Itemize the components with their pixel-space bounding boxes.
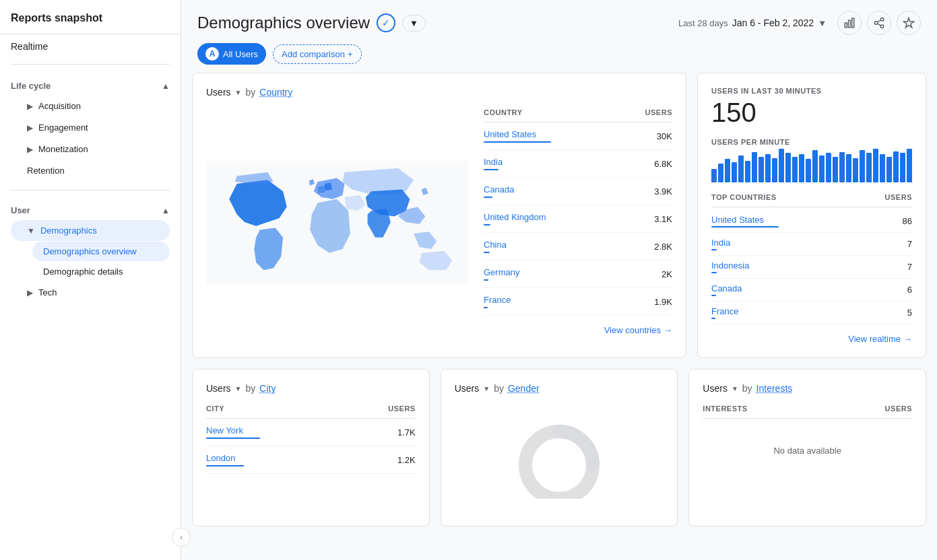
country-name[interactable]: United States — [484, 129, 551, 139]
sidebar-item-retention[interactable]: Retention — [11, 160, 170, 181]
lifecycle-label: Life cycle — [11, 81, 51, 91]
bar — [886, 157, 892, 182]
view-realtime-arrow-icon: → — [903, 334, 912, 344]
sidebar-item-acquisition[interactable]: ▶ Acquisition — [11, 96, 170, 116]
city-name[interactable]: New York — [206, 425, 260, 435]
sidebar-item-demographics[interactable]: ▼ Demographics — [11, 220, 170, 241]
country-name[interactable]: France — [484, 295, 511, 305]
view-realtime-text: View realtime — [848, 334, 901, 344]
top-country-name[interactable]: Canada — [711, 283, 742, 293]
add-comparison-icon: + — [348, 49, 353, 59]
user-section-label: User — [11, 205, 30, 215]
top-country-name[interactable]: Indonesia — [711, 260, 749, 271]
country-table-header: COUNTRY USERS — [484, 108, 672, 123]
bar — [819, 155, 825, 182]
date-range-value[interactable]: Jan 6 - Feb 2, 2022 — [732, 18, 814, 28]
interests-card-title-row: Users ▼ by Interests — [703, 383, 912, 394]
country-count: 1.9K — [654, 297, 672, 307]
main-content: Demographics overview ✓ ▼ Last 28 days J… — [181, 0, 937, 560]
bar — [711, 169, 717, 182]
bar — [880, 154, 885, 182]
top-country-row: United States 86 — [711, 210, 912, 233]
lifecycle-arrow: ▲ — [162, 81, 170, 91]
interests-entity-label[interactable]: Interests — [756, 383, 793, 394]
title-check-icon[interactable]: ✓ — [377, 13, 395, 32]
country-name[interactable]: China — [484, 240, 507, 250]
view-countries-link[interactable]: View countries → — [484, 316, 672, 335]
sidebar-section-lifecycle-header[interactable]: Life cycle ▲ — [11, 77, 170, 95]
country-bar — [484, 141, 551, 143]
country-name[interactable]: Canada — [484, 184, 515, 195]
world-map — [206, 108, 467, 335]
gender-entity-label[interactable]: Gender — [508, 383, 540, 394]
interests-users-dropdown-icon[interactable]: ▼ — [732, 385, 738, 392]
country-name[interactable]: India — [484, 157, 503, 167]
tech-label: Tech — [38, 287, 57, 298]
sidebar-item-realtime[interactable]: Realtime — [0, 34, 181, 59]
country-users-dropdown-icon[interactable]: ▼ — [235, 89, 242, 96]
country-cell: United States — [484, 129, 551, 143]
sidebar-item-monetization[interactable]: ▶ Monetization — [11, 139, 170, 160]
bar — [732, 162, 737, 182]
city-users-dropdown-icon[interactable]: ▼ — [235, 385, 242, 392]
sparkle-icon-button[interactable] — [897, 11, 921, 35]
bar — [853, 158, 858, 182]
gender-card-title-row: Users ▼ by Gender — [455, 383, 664, 394]
bar — [907, 149, 912, 182]
date-dropdown-icon[interactable]: ▼ — [818, 18, 827, 28]
city-entity-label[interactable]: City — [259, 383, 276, 394]
top-country-name[interactable]: India — [711, 238, 730, 248]
country-name[interactable]: United Kingdom — [484, 212, 546, 222]
top-country-name[interactable]: United States — [711, 215, 779, 225]
sidebar-subitem-demographics-overview[interactable]: Demographics overview — [32, 242, 170, 261]
chart-icon-button[interactable] — [837, 11, 862, 35]
share-icon-button[interactable] — [867, 11, 891, 35]
all-users-segment[interactable]: A All Users — [197, 43, 266, 65]
page-title-row: Demographics overview ✓ ▼ — [197, 13, 426, 32]
city-name[interactable]: London — [206, 453, 244, 463]
top-country-row: Indonesia 7 — [711, 256, 912, 279]
table-row: India 6.8K — [484, 150, 672, 178]
top-countries-label: TOP COUNTRIES — [711, 193, 777, 201]
sidebar-subitem-demographic-details[interactable]: Demographic details — [32, 262, 170, 281]
country-count: 30K — [657, 131, 672, 141]
top-card-row: Users ▼ by Country — [192, 73, 926, 358]
country-count: 3.9K — [654, 186, 672, 197]
country-bar — [484, 279, 488, 281]
sidebar-item-tech[interactable]: ▶ Tech — [11, 282, 170, 303]
top-country-name[interactable]: France — [711, 306, 738, 316]
interests-col2-header: USERS — [885, 405, 912, 413]
country-cell: Canada — [484, 184, 515, 198]
top-country-bar — [711, 226, 779, 228]
world-map-svg — [206, 121, 467, 323]
country-entity-label[interactable]: Country — [259, 87, 292, 98]
bar — [772, 158, 777, 182]
user-items: ▼ Demographics Demographics overview Dem… — [11, 220, 170, 303]
country-cell: China — [484, 240, 507, 253]
add-comparison-button[interactable]: Add comparison + — [273, 44, 362, 64]
monetization-label: Monetization — [38, 144, 88, 154]
bar — [839, 152, 845, 182]
gender-users-dropdown-icon[interactable]: ▼ — [483, 385, 490, 392]
top-country-bar — [711, 272, 717, 273]
bar — [792, 157, 798, 182]
gender-by-label: by — [494, 383, 504, 394]
bar — [745, 161, 750, 182]
country-bar — [484, 197, 492, 198]
country-name[interactable]: Germany — [484, 267, 519, 277]
top-country-row: France 5 — [711, 302, 912, 324]
top-country-num: 7 — [907, 239, 912, 249]
world-map-container: COUNTRY USERS United States 30K — [206, 108, 672, 335]
city-table-header: CITY USERS — [206, 405, 416, 419]
bar — [725, 159, 730, 182]
interests-no-data: No data available — [703, 419, 912, 483]
sidebar-collapse-button[interactable]: ‹ — [172, 528, 191, 547]
view-realtime-link[interactable]: View realtime → — [711, 324, 912, 344]
sidebar-item-engagement[interactable]: ▶ Engagement — [11, 117, 170, 138]
demographics-expand-icon: ▼ — [27, 226, 35, 236]
bar — [893, 151, 899, 182]
sidebar-section-user-header[interactable]: User ▲ — [11, 201, 170, 219]
city-card-title-row: Users ▼ by City — [206, 383, 416, 394]
top-country-cell: India — [711, 238, 730, 250]
title-dropdown-button[interactable]: ▼ — [402, 15, 426, 32]
